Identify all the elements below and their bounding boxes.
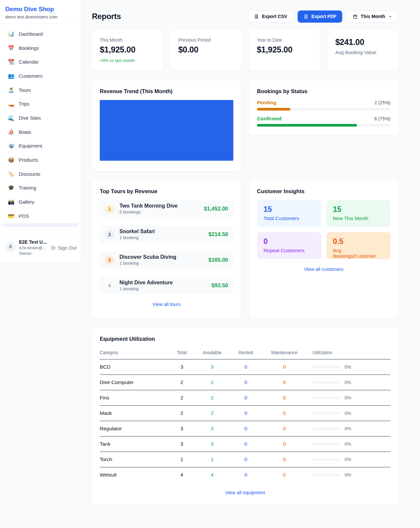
insight-label: Total Customers [263,215,315,221]
utilization-track [312,443,340,445]
utilization-percent: 0% [345,457,351,462]
status-row-pending: Pending 2 (25%) [257,100,390,111]
stats-row: This Month $1,925.00 +0% vs last month P… [92,30,398,71]
file-download-icon [304,14,308,19]
view-all-customers-link[interactable]: View all customers [257,267,390,272]
export-csv-button[interactable]: Export CSV [248,10,293,23]
chevron-down-icon [388,14,392,19]
sidebar-user-section: E2E Test U... e2e-tester@... Owner Sign … [0,235,82,262]
sidebar-item-calendar[interactable]: 📆 Calendar [3,55,78,69]
equipment-available: 4 [195,472,229,478]
utilization-track [312,366,340,368]
export-pdf-button[interactable]: Export PDF [298,10,342,23]
calendar-icon [353,14,358,19]
tour-list-item: 4 Night Dive Adventure 1 booking $93.50 [100,277,233,294]
utilization-percent: 0% [345,395,351,400]
equipment-category: Fins [100,395,169,401]
main-content: Reports Export CSV Export PDF This Month [82,0,420,505]
utilization-track [312,474,340,476]
tour-revenue: $1,452.00 [204,206,228,212]
equipment-rented: 0 [229,364,262,370]
tour-bookings: 1 booking [119,235,203,240]
sidebar-item-tours[interactable]: 🏝️ Tours [3,83,78,97]
sidebar-item-dive-sites[interactable]: 🌊 Dive Sites [3,111,78,125]
status-count: 2 (25%) [374,100,390,105]
table-row: Mask 2 2 0 0 0% [100,406,390,421]
equipment-maintenance: 0 [262,395,306,401]
sidebar-item-label: Bookings [19,45,39,51]
shop-domain: demo.test.divestreams.com [5,14,76,19]
rank-badge: 4 [105,281,114,290]
user-email: e2e-tester@... [19,245,47,250]
equipment-category: Wetsuit [100,472,169,478]
sidebar-item-active-partial[interactable] [3,223,78,227]
equipment-total: 3 [169,441,195,447]
insight-value: 15 [263,205,315,214]
view-all-equipment-link[interactable]: View all equipment [100,490,390,495]
sidebar-item-label: Equipment [19,143,42,149]
equipment-total: 1 [169,457,195,462]
equipment-total: 2 [169,379,195,385]
revenue-trend-card: Revenue Trend (This Month) [92,80,241,171]
column-header: Total [169,350,195,355]
table-header-row: Category Total Available Rented Maintena… [100,347,390,359]
sidebar-item-trips[interactable]: 🚤 Trips [3,97,78,111]
period-dropdown[interactable]: This Month [347,10,398,23]
sidebar-item-discounts[interactable]: 🏷️ Discounts [3,167,78,181]
equipment-utilization-title: Equipment Utilization [100,336,390,342]
status-count: 6 (75%) [374,116,390,121]
diving-mask-icon: 🤿 [8,143,14,149]
equipment-maintenance: 0 [262,410,306,416]
calendar-icon: 📆 [8,59,14,65]
tour-name: Two Tank Morning Dive [119,203,199,209]
equipment-category: Regulator [100,426,169,432]
sidebar-item-gallery[interactable]: 📸 Gallery [3,195,78,209]
equipment-category: Mask [100,410,169,416]
sidebar-item-bookings[interactable]: 📅 Bookings [3,41,78,55]
insight-label: New This Month [333,215,384,221]
utilization-track [312,397,340,399]
insight-value: 0 [263,237,315,246]
person-icon [8,244,13,249]
sidebar: Demo Dive Shop demo.test.divestreams.com… [0,0,82,262]
tour-name: Discover Scuba Diving [119,254,203,260]
stat-value: $0.00 [178,45,233,54]
view-all-tours-link[interactable]: View all tours [100,302,233,307]
rank-badge: 2 [105,230,114,239]
table-row: Dive Computer 2 2 0 0 0% [100,375,390,390]
equipment-available: 3 [195,426,229,432]
progress-track [257,124,390,127]
island-icon: 🏝️ [8,87,14,93]
tour-bookings: 5 bookings [119,210,199,214]
stat-label: This Month [100,37,155,43]
file-download-icon [254,14,259,19]
top-tours-title: Top Tours by Revenue [100,188,233,194]
stat-delta: +0% vs last month [100,58,155,63]
insight-tile-new-this-month: 15 New This Month [326,200,391,227]
equipment-available: 3 [195,364,229,370]
sidebar-item-label: Tours [19,87,31,93]
utilization-percent: 0% [345,472,351,477]
utilization-track [312,458,340,460]
customers-icon: 👥 [8,73,14,79]
sidebar-item-products[interactable]: 📦 Products [3,153,78,167]
sidebar-item-dashboard[interactable]: 📊 Dashboard [3,27,78,41]
sign-out-button[interactable]: Sign Out [51,245,76,251]
equipment-maintenance: 0 [262,441,306,447]
sidebar-item-equipment[interactable]: 🤿 Equipment [3,139,78,153]
sidebar-item-pos[interactable]: 💳 POS [3,209,78,223]
utilization-percent: 0% [345,426,351,431]
page-title: Reports [92,12,121,21]
stat-label: Year to Date [257,37,312,43]
sailboat-icon: ⛵ [8,129,14,135]
progress-fill [257,108,290,111]
sidebar-item-customers[interactable]: 👥 Customers [3,69,78,83]
user-name: E2E Test U... [19,239,47,245]
user-avatar [5,241,16,252]
sidebar-item-training[interactable]: 🎓 Training [3,181,78,195]
sidebar-item-boats[interactable]: ⛵ Boats [3,125,78,139]
user-role: Owner [19,251,47,256]
stat-value: $241.00 [335,37,390,47]
insight-value: 0.5 [333,237,384,246]
insight-tile-avg-bookings: 0.5 Avg Bookings/Customer [326,232,391,259]
